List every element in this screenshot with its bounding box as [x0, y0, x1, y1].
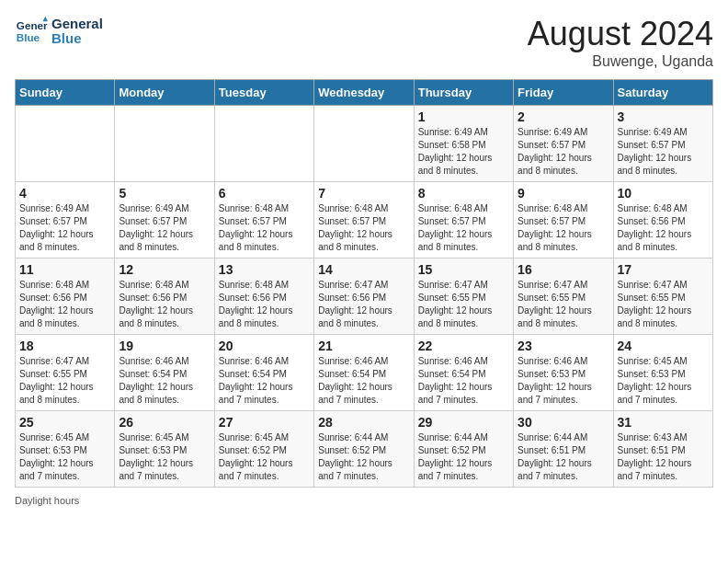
day-info: Sunrise: 6:46 AM Sunset: 6:54 PM Dayligh…: [418, 355, 509, 407]
dow-header-cell: Saturday: [613, 80, 712, 106]
day-info: Sunrise: 6:47 AM Sunset: 6:55 PM Dayligh…: [618, 279, 709, 330]
day-number: 16: [518, 262, 609, 277]
day-info: Sunrise: 6:48 AM Sunset: 6:56 PM Dayligh…: [219, 279, 310, 330]
day-number: 26: [119, 415, 210, 430]
calendar-cell: 15Sunrise: 6:47 AM Sunset: 6:55 PM Dayli…: [414, 259, 513, 335]
calendar-cell: 30Sunrise: 6:44 AM Sunset: 6:51 PM Dayli…: [514, 411, 613, 488]
dow-header-cell: Tuesday: [214, 80, 313, 106]
day-info: Sunrise: 6:44 AM Sunset: 6:52 PM Dayligh…: [418, 431, 509, 483]
day-info: Sunrise: 6:48 AM Sunset: 6:57 PM Dayligh…: [418, 202, 509, 254]
day-number: 15: [418, 262, 509, 277]
dow-header-cell: Monday: [115, 80, 214, 106]
day-number: 8: [418, 186, 509, 201]
day-info: Sunrise: 6:49 AM Sunset: 6:58 PM Dayligh…: [418, 126, 509, 178]
day-number: 22: [418, 339, 509, 353]
month-year: August 2024: [528, 15, 713, 53]
day-number: 18: [19, 339, 110, 353]
day-number: 29: [418, 415, 509, 430]
calendar-cell: 12Sunrise: 6:48 AM Sunset: 6:56 PM Dayli…: [115, 259, 214, 335]
day-number: 24: [618, 339, 709, 353]
calendar-cell: 6Sunrise: 6:48 AM Sunset: 6:57 PM Daylig…: [214, 182, 313, 259]
calendar-cell: 4Sunrise: 6:49 AM Sunset: 6:57 PM Daylig…: [16, 182, 115, 259]
calendar-cell: 31Sunrise: 6:43 AM Sunset: 6:51 PM Dayli…: [613, 411, 712, 488]
day-info: Sunrise: 6:49 AM Sunset: 6:57 PM Dayligh…: [119, 202, 210, 254]
calendar-cell: 22Sunrise: 6:46 AM Sunset: 6:54 PM Dayli…: [414, 335, 513, 411]
day-info: Sunrise: 6:48 AM Sunset: 6:56 PM Dayligh…: [618, 202, 709, 254]
calendar-cell: 29Sunrise: 6:44 AM Sunset: 6:52 PM Dayli…: [414, 411, 513, 488]
day-info: Sunrise: 6:48 AM Sunset: 6:57 PM Dayligh…: [518, 202, 609, 254]
day-number: 19: [119, 339, 210, 353]
dow-header-cell: Wednesday: [314, 80, 414, 106]
calendar-cell: 8Sunrise: 6:48 AM Sunset: 6:57 PM Daylig…: [414, 182, 513, 259]
day-number: 6: [219, 186, 310, 201]
day-number: 3: [618, 109, 709, 124]
day-number: 7: [318, 186, 409, 201]
calendar-cell: 24Sunrise: 6:45 AM Sunset: 6:53 PM Dayli…: [613, 335, 712, 411]
day-number: 12: [119, 262, 210, 277]
location: Buwenge, Uganda: [528, 53, 713, 70]
day-info: Sunrise: 6:43 AM Sunset: 6:51 PM Dayligh…: [618, 431, 709, 483]
day-number: 10: [618, 186, 709, 201]
title-area: August 2024 Buwenge, Uganda: [528, 15, 713, 70]
day-number: 4: [19, 186, 110, 201]
day-info: Sunrise: 6:46 AM Sunset: 6:54 PM Dayligh…: [318, 355, 409, 407]
calendar-cell: 20Sunrise: 6:46 AM Sunset: 6:54 PM Dayli…: [214, 335, 313, 411]
dow-header-cell: Thursday: [414, 80, 513, 106]
day-info: Sunrise: 6:46 AM Sunset: 6:53 PM Dayligh…: [518, 355, 609, 407]
calendar-cell: 18Sunrise: 6:47 AM Sunset: 6:55 PM Dayli…: [16, 335, 115, 411]
day-number: 2: [518, 109, 609, 124]
day-number: 14: [318, 262, 409, 277]
calendar-cell: 5Sunrise: 6:49 AM Sunset: 6:57 PM Daylig…: [115, 182, 214, 259]
calendar-cell: [16, 106, 115, 182]
day-info: Sunrise: 6:44 AM Sunset: 6:51 PM Dayligh…: [518, 431, 609, 483]
day-number: 11: [19, 262, 110, 277]
day-number: 23: [518, 339, 609, 353]
calendar-cell: 17Sunrise: 6:47 AM Sunset: 6:55 PM Dayli…: [613, 259, 712, 335]
calendar-cell: 3Sunrise: 6:49 AM Sunset: 6:57 PM Daylig…: [613, 106, 712, 182]
dow-header-cell: Friday: [514, 80, 613, 106]
day-info: Sunrise: 6:49 AM Sunset: 6:57 PM Dayligh…: [19, 202, 110, 254]
calendar-cell: 7Sunrise: 6:48 AM Sunset: 6:57 PM Daylig…: [314, 182, 414, 259]
day-number: 21: [318, 339, 409, 353]
calendar-cell: 9Sunrise: 6:48 AM Sunset: 6:57 PM Daylig…: [514, 182, 613, 259]
day-number: 25: [19, 415, 110, 430]
calendar-cell: 23Sunrise: 6:46 AM Sunset: 6:53 PM Dayli…: [514, 335, 613, 411]
calendar-cell: 21Sunrise: 6:46 AM Sunset: 6:54 PM Dayli…: [314, 335, 414, 411]
day-info: Sunrise: 6:46 AM Sunset: 6:54 PM Dayligh…: [119, 355, 210, 407]
day-number: 17: [618, 262, 709, 277]
day-info: Sunrise: 6:47 AM Sunset: 6:55 PM Dayligh…: [518, 279, 609, 330]
day-number: 5: [119, 186, 210, 201]
logo-line2: Blue: [51, 31, 103, 47]
calendar-cell: 13Sunrise: 6:48 AM Sunset: 6:56 PM Dayli…: [214, 259, 313, 335]
svg-text:Blue: Blue: [17, 31, 40, 43]
logo: General Blue General Blue: [15, 15, 103, 48]
day-info: Sunrise: 6:45 AM Sunset: 6:53 PM Dayligh…: [618, 355, 709, 407]
day-info: Sunrise: 6:48 AM Sunset: 6:57 PM Dayligh…: [219, 202, 310, 254]
day-info: Sunrise: 6:48 AM Sunset: 6:56 PM Dayligh…: [119, 279, 210, 330]
calendar-cell: 26Sunrise: 6:45 AM Sunset: 6:53 PM Dayli…: [115, 411, 214, 488]
day-info: Sunrise: 6:45 AM Sunset: 6:53 PM Dayligh…: [19, 431, 110, 483]
calendar-cell: [115, 106, 214, 182]
calendar-cell: 16Sunrise: 6:47 AM Sunset: 6:55 PM Dayli…: [514, 259, 613, 335]
day-info: Sunrise: 6:48 AM Sunset: 6:57 PM Dayligh…: [318, 202, 409, 254]
day-number: 13: [219, 262, 310, 277]
day-number: 9: [518, 186, 609, 201]
calendar-cell: 28Sunrise: 6:44 AM Sunset: 6:52 PM Dayli…: [314, 411, 414, 488]
day-info: Sunrise: 6:45 AM Sunset: 6:52 PM Dayligh…: [219, 431, 310, 483]
day-info: Sunrise: 6:47 AM Sunset: 6:56 PM Dayligh…: [318, 279, 409, 330]
dow-header-cell: Sunday: [16, 80, 115, 106]
logo-line1: General: [51, 17, 103, 32]
day-info: Sunrise: 6:47 AM Sunset: 6:55 PM Dayligh…: [19, 355, 110, 407]
day-number: 28: [318, 415, 409, 430]
day-number: 31: [618, 415, 709, 430]
day-info: Sunrise: 6:49 AM Sunset: 6:57 PM Dayligh…: [518, 126, 609, 178]
calendar-cell: [314, 106, 414, 182]
calendar-cell: [214, 106, 313, 182]
calendar-cell: 27Sunrise: 6:45 AM Sunset: 6:52 PM Dayli…: [214, 411, 313, 488]
calendar-cell: 1Sunrise: 6:49 AM Sunset: 6:58 PM Daylig…: [414, 106, 513, 182]
logo-icon: General Blue: [15, 15, 48, 48]
day-info: Sunrise: 6:44 AM Sunset: 6:52 PM Dayligh…: [318, 431, 409, 483]
day-info: Sunrise: 6:48 AM Sunset: 6:56 PM Dayligh…: [19, 279, 110, 330]
footer-note: Daylight hours: [15, 495, 713, 506]
calendar-cell: 19Sunrise: 6:46 AM Sunset: 6:54 PM Dayli…: [115, 335, 214, 411]
